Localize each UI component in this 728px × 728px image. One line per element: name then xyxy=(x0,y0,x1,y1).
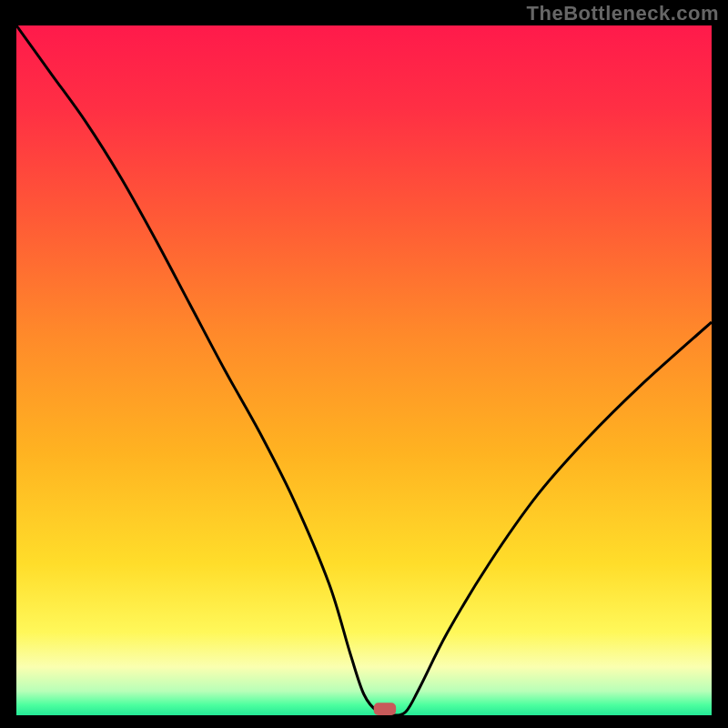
plot-area xyxy=(16,25,712,715)
watermark-text: TheBottleneck.com xyxy=(527,2,719,25)
optimal-marker xyxy=(374,703,396,715)
gradient-background xyxy=(16,25,712,715)
chart-svg xyxy=(16,25,712,715)
chart-container: TheBottleneck.com xyxy=(0,0,728,728)
